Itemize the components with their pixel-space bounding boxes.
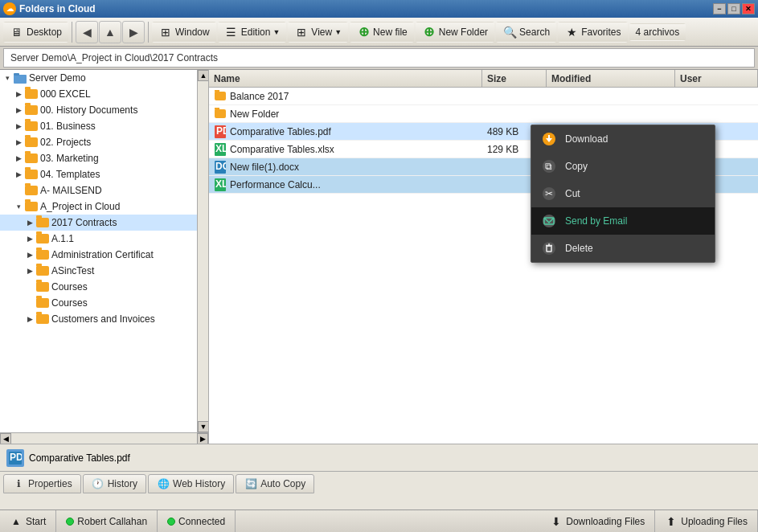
- col-header-size[interactable]: Size: [482, 70, 547, 87]
- tree-item-server-demo[interactable]: ▾ Server Demo: [0, 70, 197, 86]
- properties-icon: ℹ: [12, 477, 25, 490]
- auto-copy-icon: 🔄: [244, 477, 257, 490]
- new-file-button[interactable]: ⊕ New file: [350, 22, 414, 43]
- folder-icon-balance: [214, 90, 227, 103]
- ctx-cut[interactable]: ✂ Cut: [531, 180, 715, 207]
- view-arrow: ▼: [334, 28, 342, 36]
- tree-item-customers[interactable]: ▶ Customers and Invoices: [0, 311, 197, 327]
- tree-item-projects[interactable]: ▶ 02. Projects: [0, 134, 197, 150]
- search-button[interactable]: 🔍 Search: [496, 22, 556, 43]
- preview-file-icon: PDF: [6, 449, 24, 467]
- bottom-panel: PDF Comparative Tables.pdf ℹ Properties …: [0, 444, 758, 509]
- svg-rect-1: [14, 73, 19, 76]
- copy-icon: ⧉: [541, 158, 557, 174]
- col-header-modified[interactable]: Modified: [547, 70, 675, 87]
- tree-item-a-project[interactable]: ▾ A_Project in Cloud: [0, 198, 197, 215]
- svg-rect-0: [14, 75, 27, 84]
- download-status-icon: ⬇: [550, 515, 563, 528]
- sidebar-vertical-scrollbar[interactable]: ▲ ▼: [197, 70, 208, 432]
- svg-rect-12: [548, 135, 550, 139]
- edition-arrow: ▼: [272, 28, 280, 36]
- file-row-new-folder[interactable]: New Folder: [209, 105, 758, 123]
- window-title: Folders in Cloud: [19, 3, 96, 14]
- new-file-icon: ⊕: [356, 25, 371, 39]
- tree-item-admin-cert[interactable]: ▶ Administration Certificat: [0, 247, 197, 263]
- window-button[interactable]: ⊞ Window: [152, 22, 216, 43]
- tree-item-courses-1[interactable]: ▶ Courses: [0, 279, 197, 295]
- start-icon: ▲: [10, 515, 23, 528]
- col-header-user[interactable]: User: [675, 70, 758, 87]
- svg-text:PDF: PDF: [10, 452, 22, 463]
- app-icon: ☁: [3, 2, 16, 15]
- ctx-copy[interactable]: ⧉ Copy: [531, 153, 715, 180]
- tree-item-000-excel[interactable]: ▶ 000 EXCEL: [0, 86, 197, 102]
- tab-web-history[interactable]: 🌐 Web History: [148, 474, 234, 493]
- edition-icon: ☰: [224, 25, 239, 39]
- tree-item-templates[interactable]: ▶ 04. Templates: [0, 166, 197, 182]
- status-bar: ▲ Start Robert Callahan Connected ⬇ Down…: [0, 509, 758, 532]
- title-bar: ☁ Folders in Cloud − □ ✕: [0, 0, 758, 18]
- new-folder-icon: ⊕: [422, 25, 436, 39]
- preview-bar: PDF Comparative Tables.pdf: [0, 444, 758, 472]
- forward-button[interactable]: ▶: [122, 21, 145, 43]
- maximize-button[interactable]: □: [727, 3, 740, 14]
- svg-text:DOC: DOC: [215, 161, 226, 172]
- file-list-header: Name Size Modified User: [209, 70, 758, 88]
- svg-text:XLS: XLS: [215, 178, 226, 190]
- back-button[interactable]: ◀: [76, 21, 98, 43]
- tree-item-history-docs[interactable]: ▶ 00. History Documents: [0, 102, 197, 118]
- ctx-delete[interactable]: Delete: [531, 235, 715, 262]
- tree-item-marketing[interactable]: ▶ 03. Marketing: [0, 150, 197, 166]
- edition-button[interactable]: ☰ Edition ▼: [218, 22, 287, 43]
- window-icon: ⊞: [158, 25, 173, 39]
- pdf-icon: PDF: [214, 125, 227, 138]
- sidebar-horizontal-scrollbar[interactable]: ◀ ▶: [0, 432, 208, 444]
- tree-item-mailsend[interactable]: ▶ A- MAILSEND: [0, 182, 197, 198]
- start-button[interactable]: ▲ Start: [0, 510, 56, 532]
- tree-item-business[interactable]: ▶ 01. Business: [0, 118, 197, 134]
- view-button[interactable]: ⊞ View ▼: [288, 22, 348, 43]
- history-icon: 🕐: [92, 477, 104, 490]
- xlsx-icon-perf: XLS: [214, 178, 227, 191]
- minimize-button[interactable]: −: [713, 3, 726, 14]
- main-area: ▾ Server Demo ▶ 000 EXCEL: [0, 69, 758, 509]
- svg-text:XLS: XLS: [215, 143, 226, 154]
- context-menu: Download ⧉ Copy ✂ Cut: [531, 125, 715, 263]
- email-icon: [541, 213, 557, 229]
- web-history-icon: 🌐: [157, 477, 170, 490]
- uploading-status: ⬆ Uploading Files: [655, 510, 758, 532]
- tree-item-2017-contracts[interactable]: ▶ 2017 Contracts: [0, 215, 197, 231]
- tab-auto-copy[interactable]: 🔄 Auto Copy: [236, 474, 314, 493]
- view-icon: ⊞: [294, 25, 309, 39]
- svg-text:✂: ✂: [545, 188, 553, 199]
- file-row-balance[interactable]: Balance 2017: [209, 88, 758, 105]
- tab-history[interactable]: 🕐 History: [83, 474, 146, 493]
- search-icon: 🔍: [502, 25, 517, 39]
- toolbar-separator-1: [72, 22, 72, 43]
- xlsx-icon-comp: XLS: [214, 143, 227, 156]
- new-folder-button[interactable]: ⊕ New Folder: [416, 22, 494, 43]
- favorites-button[interactable]: ★ Favorites: [558, 22, 627, 43]
- archivos-button[interactable]: 4 archivos: [629, 23, 686, 41]
- svg-text:⧉: ⧉: [545, 161, 552, 172]
- up-button[interactable]: ▲: [99, 21, 121, 43]
- sidebar-scroll[interactable]: ▾ Server Demo ▶ 000 EXCEL: [0, 70, 197, 432]
- cut-icon: ✂: [541, 186, 557, 202]
- sidebar: ▾ Server Demo ▶ 000 EXCEL: [0, 70, 209, 444]
- toolbar: 🖥 Desktop ◀ ▲ ▶ ⊞ Window ☰ Edition ▼ ⊞ V…: [0, 18, 758, 47]
- col-header-name[interactable]: Name: [209, 70, 482, 87]
- desktop-icon: 🖥: [10, 25, 24, 39]
- tree-item-courses-2[interactable]: ▶ Courses: [0, 295, 197, 311]
- user-button[interactable]: Robert Callahan: [56, 510, 158, 532]
- tab-properties[interactable]: ℹ Properties: [3, 474, 81, 493]
- ctx-download[interactable]: Download: [531, 125, 715, 153]
- svg-text:PDF: PDF: [216, 125, 226, 137]
- tree-item-a11[interactable]: ▶ A.1.1: [0, 231, 197, 247]
- close-button[interactable]: ✕: [742, 3, 755, 14]
- desktop-button[interactable]: 🖥 Desktop: [3, 22, 68, 43]
- connected-status: Connected: [158, 510, 236, 532]
- tree-item-asinctest[interactable]: ▶ ASincTest: [0, 263, 197, 279]
- ctx-send-email[interactable]: Send by Email: [531, 207, 715, 235]
- connected-dot: [167, 518, 175, 526]
- upload-status-icon: ⬆: [665, 515, 678, 528]
